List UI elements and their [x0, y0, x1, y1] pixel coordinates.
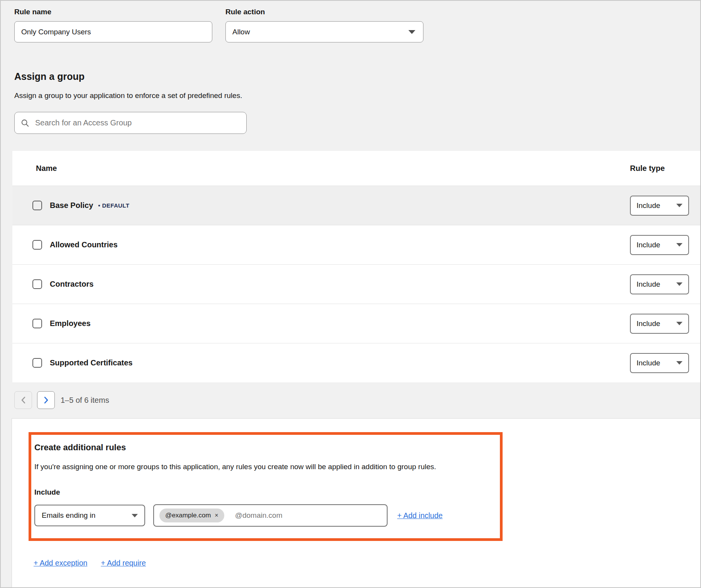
row-checkbox[interactable] [32, 279, 42, 289]
footer-links: + Add exception + Add require [34, 559, 700, 568]
rule-name-label: Rule name [14, 8, 212, 16]
rule-type-value: Include [637, 319, 660, 328]
domain-entry-input[interactable] [234, 511, 381, 520]
include-condition-select[interactable]: Emails ending in [34, 505, 145, 526]
search-input[interactable] [34, 118, 240, 128]
rule-action-label: Rule action [225, 8, 423, 16]
add-exception-link[interactable]: + Add exception [34, 559, 87, 568]
access-group-table: Name Rule type Base Policy • DEFAULT Inc… [12, 151, 700, 382]
previous-page-button[interactable] [14, 391, 32, 409]
rule-type-select[interactable]: Include [630, 196, 689, 216]
group-name: Employees [50, 319, 91, 328]
additional-rules-panel: Create additional rules If you're assign… [12, 418, 700, 588]
group-name: Supported Certificates [50, 358, 132, 367]
row-checkbox[interactable] [32, 319, 42, 328]
assign-group-section: Assign a group Assign a group to your ap… [14, 71, 700, 134]
chevron-down-icon [676, 361, 682, 365]
rule-type-value: Include [637, 241, 660, 249]
column-header-name: Name [12, 164, 630, 173]
rule-form: Rule name Rule action Allow [1, 1, 700, 42]
create-additional-rules-highlight-box: Create additional rules If you're assign… [29, 432, 503, 541]
access-rule-settings-page: Rule name Rule action Allow Assign a gro… [0, 0, 701, 588]
rule-type-select[interactable]: Include [630, 274, 689, 294]
chevron-down-icon [676, 322, 682, 325]
rule-action-field-group: Rule action Allow [225, 8, 423, 42]
table-row-employees: Employees Include [12, 304, 700, 343]
rule-name-input[interactable] [14, 21, 212, 42]
table-header: Name Rule type [12, 151, 700, 186]
domain-tag: @example.com × [159, 509, 224, 522]
search-icon [21, 119, 29, 127]
chevron-down-icon [408, 30, 415, 34]
include-label: Include [34, 488, 491, 497]
default-badge: • DEFAULT [98, 202, 129, 209]
rule-type-select[interactable]: Include [630, 353, 689, 373]
rule-action-value: Allow [232, 28, 250, 36]
table-row-base-policy: Base Policy • DEFAULT Include [12, 186, 700, 225]
chevron-left-icon [21, 397, 26, 404]
pagination: 1–5 of 6 items [14, 391, 700, 409]
row-checkbox[interactable] [32, 358, 42, 368]
add-include-link[interactable]: + Add include [397, 511, 443, 520]
domain-tag-input[interactable]: @example.com × [153, 504, 388, 527]
chevron-down-icon [676, 243, 682, 247]
additional-rules-description: If you're assigning one or more groups t… [34, 463, 491, 471]
remove-tag-icon[interactable]: × [215, 512, 218, 519]
include-condition-value: Emails ending in [42, 511, 95, 520]
domain-tag-label: @example.com [165, 512, 211, 519]
rule-type-value: Include [637, 201, 660, 210]
group-name: Contractors [50, 280, 93, 289]
chevron-right-icon [44, 397, 49, 404]
rule-type-value: Include [637, 359, 660, 367]
row-checkbox[interactable] [32, 240, 42, 250]
table-row-contractors: Contractors Include [12, 264, 700, 304]
include-rule-controls: Emails ending in @example.com × + Add in… [34, 504, 491, 527]
chevron-down-icon [676, 204, 682, 207]
group-name: Allowed Countries [50, 240, 118, 249]
assign-group-description: Assign a group to your application to en… [14, 91, 700, 100]
additional-rules-title: Create additional rules [34, 443, 491, 453]
next-page-button[interactable] [37, 391, 55, 409]
rule-name-field-group: Rule name [14, 8, 212, 42]
table-row-supported-certificates: Supported Certificates Include [12, 343, 700, 382]
chevron-down-icon [676, 282, 682, 286]
column-header-rule-type: Rule type [630, 164, 700, 173]
rule-action-select[interactable]: Allow [225, 21, 423, 42]
group-name: Base Policy [50, 201, 93, 210]
rule-type-select[interactable]: Include [630, 235, 689, 255]
row-checkbox[interactable] [32, 201, 42, 210]
access-group-search[interactable] [14, 112, 247, 134]
rule-type-value: Include [637, 280, 660, 289]
chevron-down-icon [132, 514, 138, 517]
assign-group-title: Assign a group [14, 71, 700, 82]
rule-type-select[interactable]: Include [630, 314, 689, 334]
add-require-link[interactable]: + Add require [101, 559, 146, 568]
pagination-summary: 1–5 of 6 items [61, 396, 109, 405]
table-row-allowed-countries: Allowed Countries Include [12, 225, 700, 264]
